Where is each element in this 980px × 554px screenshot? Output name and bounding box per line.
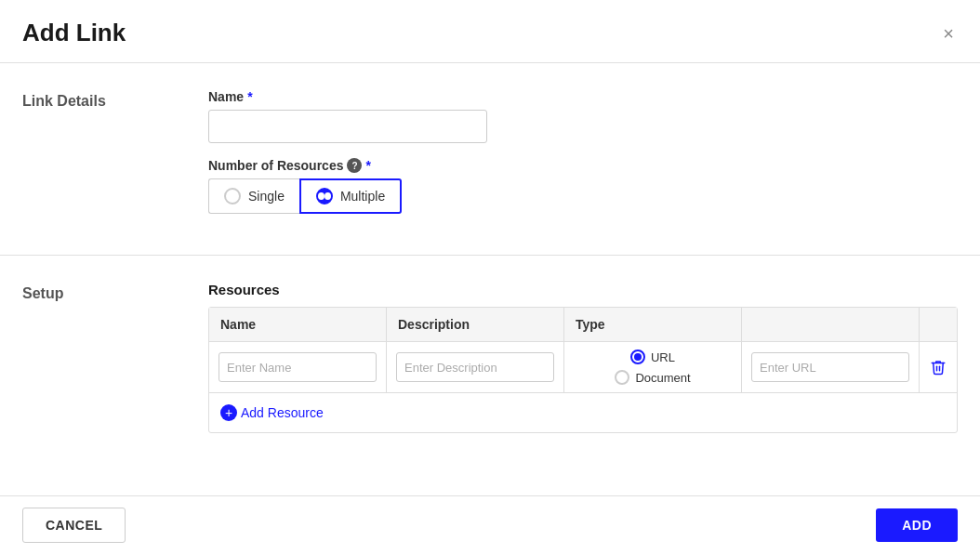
close-button[interactable]: × (939, 20, 958, 46)
resources-label: Resources (208, 282, 958, 297)
table-header: Name Description Type (209, 308, 957, 342)
name-input[interactable] (208, 110, 487, 143)
row-url-input[interactable] (751, 352, 909, 382)
multiple-label: Multiple (340, 189, 385, 204)
resources-count-label: Number of Resources ? * (208, 158, 958, 173)
row-type-cell: URL Document (564, 342, 742, 392)
modal-body: Link Details Name * Number of Resources … (0, 63, 980, 495)
document-label: Document (635, 371, 690, 385)
row-description-cell (387, 342, 564, 392)
cancel-button[interactable]: CANCEL (22, 508, 126, 543)
number-of-resources-radio-group: Single Multiple (208, 178, 958, 214)
url-radio-option[interactable]: URL (630, 350, 675, 364)
multiple-option[interactable]: Multiple (299, 178, 402, 214)
col-description: Description (387, 308, 564, 341)
single-option[interactable]: Single (208, 178, 299, 214)
resources-count-field-group: Number of Resources ? * Single (208, 158, 958, 214)
modal-title: Add Link (22, 19, 126, 47)
row-name-cell (209, 342, 387, 392)
row-url-cell (742, 342, 920, 392)
row-description-input[interactable] (396, 352, 554, 382)
single-label: Single (248, 189, 285, 204)
plus-circle-icon: + (220, 404, 237, 421)
col-url (742, 308, 920, 341)
delete-row-button[interactable] (930, 359, 947, 376)
name-field-group: Name * (208, 89, 958, 143)
col-name: Name (209, 308, 387, 341)
col-action (920, 308, 957, 341)
single-radio-circle (224, 188, 241, 204)
row-name-input[interactable] (219, 352, 377, 382)
row-delete-cell (920, 342, 957, 392)
help-icon[interactable]: ? (347, 158, 362, 173)
link-details-label: Link Details (22, 89, 208, 229)
add-resource-label: Add Resource (241, 405, 324, 420)
resources-table: Name Description Type (208, 307, 958, 433)
setup-label: Setup (22, 282, 208, 433)
add-resource-row: + Add Resource (209, 393, 957, 432)
link-details-content: Name * Number of Resources ? * (208, 89, 958, 229)
trash-icon (930, 359, 947, 376)
modal-header: Add Link × (0, 0, 980, 63)
setup-content: Resources Name Description Type (208, 282, 958, 433)
url-label: URL (651, 350, 675, 364)
url-radio-circle (630, 350, 645, 364)
col-type: Type (564, 308, 742, 341)
table-row: URL Document (209, 342, 957, 393)
resources-required-star: * (365, 158, 370, 173)
add-link-modal: Add Link × Link Details Name * Numb (0, 0, 980, 554)
add-button[interactable]: ADD (876, 508, 958, 542)
modal-footer: CANCEL ADD (0, 495, 980, 554)
link-details-section: Link Details Name * Number of Resources … (0, 63, 980, 256)
name-field-label: Name * (208, 89, 958, 104)
setup-section: Setup Resources Name Description Type (0, 256, 980, 459)
document-radio-circle (615, 370, 629, 385)
name-required-star: * (247, 89, 252, 104)
document-radio-option[interactable]: Document (615, 370, 690, 385)
add-resource-button[interactable]: + Add Resource (220, 404, 324, 421)
multiple-radio-circle (316, 188, 333, 204)
